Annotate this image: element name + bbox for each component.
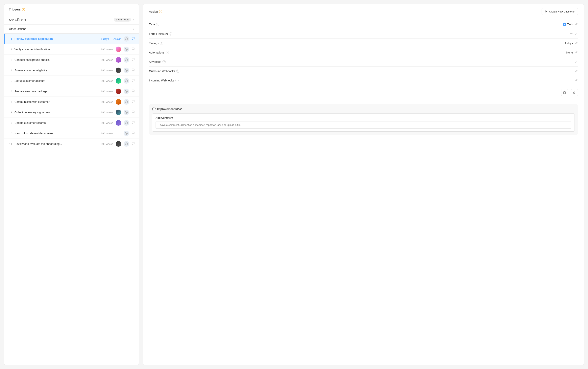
- task-row[interactable]: 1Review customer application1 days+ Assi…: [4, 34, 139, 44]
- comment-section-header: 💬 Improvement Ideas: [152, 107, 575, 110]
- create-milestone-label: Create New Milestone: [549, 10, 575, 13]
- edit-icon[interactable]: [575, 51, 578, 54]
- comment-icon[interactable]: [132, 142, 135, 146]
- comment-icon[interactable]: [132, 110, 135, 114]
- task-row[interactable]: 11Review and evaluate the onboarding...9…: [4, 139, 139, 149]
- detail-row: Advanced?: [149, 57, 578, 67]
- task-row[interactable]: 8Collect necessary signatures996 weeks: [4, 107, 139, 118]
- complete-checkbox[interactable]: [124, 89, 129, 94]
- task-number: 2: [8, 48, 12, 51]
- comment-icon[interactable]: [132, 68, 135, 72]
- trigger-kickoff[interactable]: Kick Off Form 1 Form Field ›: [4, 15, 139, 25]
- avatar: [116, 57, 121, 63]
- edit-icon[interactable]: [575, 23, 578, 26]
- trigger-other-label: Other Options: [9, 27, 26, 30]
- copy-button[interactable]: [561, 89, 568, 96]
- comment-icon[interactable]: [132, 131, 135, 135]
- detail-help-icon[interactable]: ?: [169, 32, 172, 35]
- detail-help-icon[interactable]: ?: [176, 70, 179, 73]
- chevron-right-icon: ›: [133, 18, 134, 21]
- svg-point-7: [125, 111, 127, 114]
- edit-icon[interactable]: [575, 79, 578, 82]
- task-name: Collect necessary signatures: [14, 111, 97, 114]
- edit-icon[interactable]: [575, 69, 578, 73]
- task-row[interactable]: 9Update customer records996 weeks: [4, 118, 139, 128]
- add-comment-title: Add Comment: [156, 116, 571, 119]
- detail-help-icon[interactable]: ?: [156, 23, 159, 26]
- complete-checkbox[interactable]: [124, 57, 129, 63]
- detail-help-icon[interactable]: ?: [166, 51, 169, 54]
- detail-label: Form Fields (2)?: [149, 32, 172, 35]
- triggers-help-icon[interactable]: ?: [22, 8, 25, 11]
- complete-checkbox[interactable]: [124, 47, 129, 52]
- detail-label-text: Advanced: [149, 60, 161, 63]
- task-row[interactable]: 5Set up customer account996 weeks: [4, 76, 139, 86]
- detail-help-icon[interactable]: ?: [175, 79, 178, 82]
- complete-checkbox[interactable]: [124, 36, 129, 42]
- complete-checkbox[interactable]: [124, 141, 129, 147]
- task-duration: 996 weeks: [99, 59, 113, 61]
- task-duration: 996 weeks: [99, 69, 113, 72]
- task-duration: 996 weeks: [99, 121, 113, 124]
- svg-point-8: [125, 122, 127, 124]
- edit-icon[interactable]: [575, 60, 578, 64]
- complete-checkbox[interactable]: [124, 99, 129, 105]
- complete-checkbox[interactable]: [124, 110, 129, 115]
- avatar: [116, 110, 121, 115]
- task-number: 10: [8, 132, 12, 135]
- svg-rect-12: [564, 91, 565, 94]
- complete-checkbox[interactable]: [124, 68, 129, 73]
- avatar: [116, 120, 121, 126]
- detail-help-icon[interactable]: ?: [160, 42, 163, 45]
- avatar: [116, 99, 121, 105]
- comment-section: 💬 Improvement Ideas Add Comment: [149, 104, 578, 135]
- edit-icon[interactable]: [575, 32, 578, 36]
- detail-row: Outbound Webhooks?: [149, 67, 578, 76]
- trigger-other-right: ›: [133, 27, 134, 30]
- avatar: [116, 47, 121, 52]
- task-duration: 996 weeks: [99, 80, 113, 82]
- trigger-other-options[interactable]: Other Options ›: [4, 25, 139, 33]
- create-milestone-button[interactable]: ⚑ Create New Milestone: [542, 8, 578, 15]
- assign-section: Assign ?: [149, 10, 162, 13]
- complete-checkbox[interactable]: [124, 120, 129, 126]
- complete-checkbox[interactable]: [124, 78, 129, 84]
- comment-icon[interactable]: [132, 37, 135, 41]
- comment-icon[interactable]: [132, 58, 135, 62]
- task-duration: 996 weeks: [99, 90, 113, 93]
- detail-label: Automations?: [149, 51, 169, 54]
- task-row[interactable]: 2Verify customer identification996 weeks: [4, 44, 139, 55]
- task-row[interactable]: 4Assess customer eligibility996 weeks: [4, 65, 139, 76]
- left-panel: Triggers ? Kick Off Form 1 Form Field › …: [4, 4, 139, 365]
- comment-input[interactable]: [156, 121, 571, 129]
- form-field-badge: 1 Form Field: [114, 18, 131, 22]
- complete-checkbox[interactable]: [124, 130, 129, 136]
- task-number: 4: [8, 69, 12, 72]
- task-number: 5: [8, 80, 12, 82]
- chevron-right-icon-2: ›: [133, 27, 134, 30]
- task-row[interactable]: 6Prepare welcome package996 weeks: [4, 86, 139, 97]
- assign-help-icon[interactable]: ?: [159, 10, 162, 13]
- comment-icon[interactable]: [132, 121, 135, 125]
- svg-point-3: [125, 69, 127, 71]
- delete-button[interactable]: [571, 89, 578, 96]
- comment-icon[interactable]: [132, 89, 135, 93]
- none-value: None: [566, 51, 573, 54]
- task-row[interactable]: 7Communicate with customer996 weeks: [4, 97, 139, 107]
- svg-point-1: [125, 48, 127, 50]
- comment-icon[interactable]: [132, 47, 135, 51]
- task-row[interactable]: 3Conduct background checks996 weeks: [4, 55, 139, 65]
- task-row[interactable]: 10Hand off to relevant department996 wee…: [4, 128, 139, 139]
- task-number: 7: [8, 100, 12, 103]
- assign-button[interactable]: + Assign: [111, 38, 121, 40]
- comment-icon[interactable]: [132, 79, 135, 83]
- avatar: [116, 141, 121, 147]
- list-icon[interactable]: [570, 32, 573, 36]
- svg-point-9: [125, 132, 127, 135]
- detail-label: Incoming Webhooks?: [149, 79, 178, 82]
- detail-label-text: Automations: [149, 51, 164, 54]
- detail-help-icon[interactable]: ?: [162, 60, 166, 63]
- edit-icon[interactable]: [575, 41, 578, 45]
- comment-icon[interactable]: [132, 100, 135, 104]
- task-name: Communicate with customer: [14, 100, 97, 103]
